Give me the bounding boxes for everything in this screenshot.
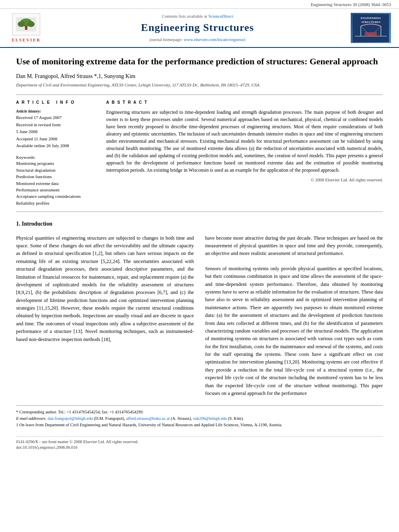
abstract-text: Engineering structures are subjected to … — [106, 109, 383, 174]
accepted-date: Accepted 11 June 2008 — [16, 136, 97, 143]
history-label: Article history: — [16, 109, 97, 114]
article-history: Article history: Received 17 August 2007… — [16, 109, 97, 150]
email-kim[interactable]: suk206@lehigh.edu — [193, 416, 227, 421]
keyword-2: Structural degradation — [16, 167, 97, 173]
intro-right-text: have become more attractive during the p… — [205, 234, 383, 258]
footnote-emails: E-mail addresses: dan.frangopol@lehigh.e… — [16, 415, 383, 422]
keywords-block: Keywords: Monitoring programs Structural… — [16, 154, 97, 206]
divider-1 — [16, 94, 383, 95]
footnote-star: * Corresponding author. Tel.: +1 4314765… — [16, 409, 383, 415]
homepage-link[interactable]: www.elsevier.com/locate/engstruct — [184, 37, 246, 42]
keyword-4: Monitored extreme data — [16, 181, 97, 187]
intro-left-text: Physical quantities of engineering struc… — [16, 234, 194, 343]
keyword-1: Monitoring programs — [16, 160, 97, 166]
section-heading: 1. Introduction — [16, 220, 383, 228]
elsevier-brand: ELSEVIER — [12, 37, 41, 43]
journal-homepage: journal homepage: www.elsevier.com/locat… — [44, 37, 351, 43]
email-frangopol[interactable]: dan.frangopol@lehigh.edu — [47, 416, 93, 421]
doi-line: doi:10.1016/j.engstruct.2008.06.010 — [16, 445, 383, 451]
main-content: Use of monitoring extreme data for the p… — [0, 48, 399, 459]
sciencedirect-link[interactable]: ScienceDirect — [208, 14, 233, 18]
elsevier-logo: ELSEVIER — [8, 13, 44, 43]
keyword-6: Acceptance sampling considerations — [16, 193, 97, 199]
article-title: Use of monitoring extreme data for the p… — [16, 56, 383, 68]
svg-rect-13 — [365, 32, 377, 36]
copyright-notice: © 2008 Elsevier Ltd. All rights reserved… — [106, 177, 383, 183]
keywords-label: Keywords: — [16, 154, 97, 160]
keyword-3: Prediction functions — [16, 174, 97, 180]
divider-2 — [16, 212, 383, 212]
intro-left-col: Physical quantities of engineering struc… — [16, 234, 194, 398]
svg-text:ENGINEERING: ENGINEERING — [361, 16, 381, 20]
elsevier-tree-icon — [12, 13, 40, 35]
intro-right-text-2: Sensors of monitoring systems only provi… — [205, 265, 383, 397]
journal-reference: Engineering Structures 30 (2008) 3644–36… — [0, 0, 399, 9]
intro-body: Physical quantities of engineering struc… — [16, 234, 383, 398]
issn-line: 0141-0296/$ – see front matter © 2008 El… — [16, 439, 383, 445]
affiliation: Department of Civil and Environmental En… — [16, 82, 383, 88]
keyword-5: Performance assessment — [16, 187, 97, 193]
email-strauss[interactable]: alfred.strauss@boku.ac.at — [126, 416, 170, 421]
authors: Dan M. Frangopol, Alfred Strauss *,1, Su… — [16, 72, 383, 80]
introduction-section: 1. Introduction Physical quantities of e… — [16, 220, 383, 397]
journal-title: Engineering Structures — [44, 21, 351, 35]
footnote-1: 1 On leave from Department of Civil Engi… — [16, 422, 383, 428]
bottom-bar: 0141-0296/$ – see front matter © 2008 El… — [16, 436, 383, 451]
left-column: A R T I C L E I N F O Article history: R… — [16, 100, 97, 207]
abstract-label: A B S T R A C T — [106, 100, 383, 105]
intro-right-col: have become more attractive during the p… — [205, 234, 383, 398]
available-online-date: Available online 26 July 2008 — [16, 142, 97, 150]
svg-point-3 — [18, 21, 25, 27]
footnotes: * Corresponding author. Tel.: +1 4314765… — [16, 405, 383, 428]
right-column: A B S T R A C T Engineering structures a… — [106, 100, 383, 207]
journal-header-center: Contents lists available at ScienceDirec… — [44, 13, 351, 43]
article-info-abstract: A R T I C L E I N F O Article history: R… — [16, 100, 383, 207]
keyword-7: Reliability profiles — [16, 200, 97, 206]
article-info-label: A R T I C L E I N F O — [16, 100, 97, 105]
contents-available: Contents lists available at ScienceDirec… — [44, 13, 351, 19]
received-date: Received 17 August 2007 — [16, 114, 97, 121]
journal-header: ELSEVIER Contents lists available at Sci… — [0, 9, 399, 48]
svg-rect-2 — [25, 26, 27, 30]
svg-point-4 — [27, 21, 35, 27]
svg-text:STRUCTURES: STRUCTURES — [361, 21, 380, 24]
journal-cover-image: ENGINEERING STRUCTURES — [351, 13, 391, 43]
revised-date: Received in revised form5 June 2008 — [16, 121, 97, 136]
